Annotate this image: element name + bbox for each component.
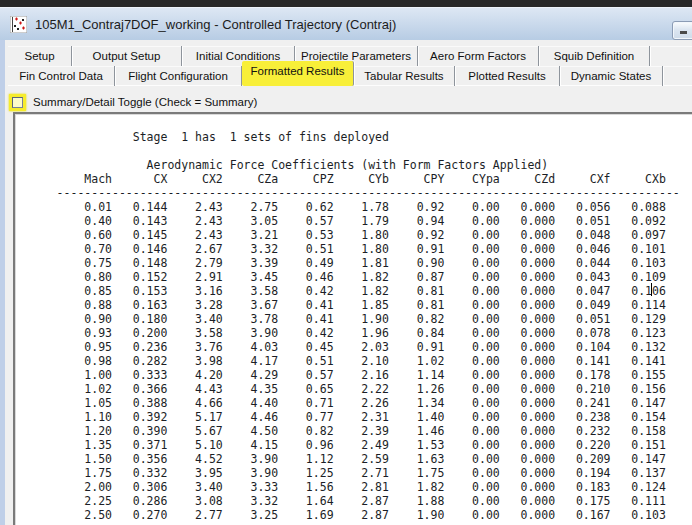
table-row: 0.75 0.148 2.79 3.39 0.49 1.81 0.90 0.00… — [22, 256, 666, 270]
tab[interactable]: Flight Configuration — [115, 66, 242, 86]
window-titlebar[interactable]: 105M1_Contraj7DOF_working - Controlled T… — [0, 7, 692, 40]
tab[interactable]: Tabular Results — [354, 66, 455, 86]
divider-line: ----------------------------------------… — [22, 186, 680, 200]
tab[interactable]: Plotted Results — [455, 66, 560, 86]
tab[interactable]: Fin Control Data — [8, 66, 115, 86]
stage-line: Stage 1 has 1 sets of fins deployed — [22, 130, 389, 144]
screen-edge-strip — [0, 0, 692, 7]
table-row: 0.70 0.146 2.67 3.32 0.51 1.80 0.91 0.00… — [22, 242, 666, 256]
table-row: 1.20 0.390 5.67 4.50 0.82 2.39 1.46 0.00… — [22, 424, 666, 438]
tab[interactable]: Car — [663, 66, 692, 86]
minimize-button[interactable] — [672, 21, 692, 40]
tab-label: Setup — [24, 50, 54, 62]
summary-toggle-label: Summary/Detail Toggle (Check = Summary) — [33, 96, 257, 108]
table-row: 1.00 0.333 4.20 4.29 0.57 2.16 1.14 0.00… — [22, 368, 666, 382]
tab[interactable]: Output Setup — [72, 46, 182, 66]
tab[interactable]: Dynamic States — [560, 66, 663, 86]
tab[interactable]: Squib Definition — [539, 46, 650, 66]
table-row: 2.50 0.270 2.77 3.25 1.69 2.87 1.90 0.00… — [22, 508, 666, 522]
table-row: 2.25 0.286 3.08 3.32 1.64 2.87 1.88 0.00… — [22, 494, 666, 508]
tab-row-2: Fin Control DataFlight ConfigurationForm… — [8, 66, 692, 86]
tab-label: Tabular Results — [364, 70, 443, 82]
table-row: 0.98 0.282 3.98 4.17 0.51 2.10 1.02 0.00… — [22, 354, 666, 368]
table-row: 0.85 0.153 3.16 3.58 0.42 1.82 0.81 0.00… — [22, 284, 666, 298]
app-window: 105M1_Contraj7DOF_working - Controlled T… — [0, 0, 692, 525]
table-row: 0.60 0.145 2.43 3.21 0.53 1.80 0.92 0.00… — [22, 228, 666, 242]
table-row: 1.50 0.356 4.52 3.90 1.12 2.59 1.63 0.00… — [22, 452, 666, 466]
window-title: 105M1_Contraj7DOF_working - Controlled T… — [35, 17, 396, 32]
tab-label: Output Setup — [93, 50, 161, 62]
tab-label: Plotted Results — [468, 70, 545, 82]
table-row: 1.10 0.392 5.17 4.46 0.77 2.31 1.40 0.00… — [22, 410, 666, 424]
tab-label: Dynamic States — [571, 70, 652, 82]
table-row: 0.88 0.163 3.28 3.67 0.41 1.85 0.81 0.00… — [22, 298, 666, 312]
tab[interactable]: Aero Form Factors — [418, 46, 539, 66]
tab-label: Formatted Results — [251, 65, 345, 77]
report-text[interactable]: Stage 1 has 1 sets of fins deployed Aero… — [16, 115, 692, 522]
table-row: 2.00 0.306 3.40 3.33 1.56 2.81 1.82 0.00… — [22, 480, 666, 494]
table-row: 1.35 0.371 5.10 4.15 0.96 2.49 1.53 0.00… — [22, 438, 666, 452]
formatted-results-panel: Stage 1 has 1 sets of fins deployed Aero… — [13, 112, 692, 525]
tab-label: Squib Definition — [554, 50, 635, 62]
tab-label: Fin Control Data — [19, 70, 103, 82]
tab[interactable]: Fin C — [650, 46, 692, 66]
window-left-border — [0, 40, 5, 525]
minimize-icon — [680, 31, 687, 34]
summary-toggle-highlight — [9, 94, 26, 111]
table-row: 0.90 0.180 3.40 3.78 0.41 1.90 0.82 0.00… — [22, 312, 666, 326]
report-viewport: Stage 1 has 1 sets of fins deployed Aero… — [15, 114, 692, 525]
table-row: 1.02 0.366 4.43 4.35 0.65 2.22 1.26 0.00… — [22, 382, 666, 396]
table-row: 1.05 0.388 4.66 4.40 0.71 2.26 1.34 0.00… — [22, 396, 666, 410]
table-row: 1.75 0.332 3.95 3.90 1.25 2.71 1.75 0.00… — [22, 466, 666, 480]
table-row: 0.40 0.143 2.43 3.05 0.57 1.79 0.94 0.00… — [22, 214, 666, 228]
tab[interactable]: Formatted Results — [242, 61, 354, 86]
tab-label: Aero Form Factors — [430, 50, 526, 62]
report-title-line: Aerodynamic Force Coefficients (with For… — [22, 158, 548, 172]
summary-detail-toggle[interactable]: Summary/Detail Toggle (Check = Summary) — [9, 93, 257, 111]
summary-toggle-checkbox[interactable] — [12, 97, 23, 108]
tab-label: Flight Configuration — [128, 70, 228, 82]
app-icon — [10, 16, 27, 33]
text-caret — [651, 283, 652, 296]
table-row: 0.01 0.144 2.43 2.75 0.62 1.78 0.92 0.00… — [22, 200, 666, 214]
table-row: 0.95 0.236 3.76 4.03 0.45 2.03 0.91 0.00… — [22, 340, 666, 354]
table-row: 0.80 0.152 2.91 3.45 0.46 1.82 0.87 0.00… — [22, 270, 666, 284]
table-row: 0.93 0.200 3.58 3.90 0.42 1.96 0.84 0.00… — [22, 326, 666, 340]
tab[interactable]: Setup — [8, 46, 72, 66]
table-header: Mach CX CX2 CZa CPZ CYb CPY CYpa CZd CXf… — [22, 172, 666, 186]
